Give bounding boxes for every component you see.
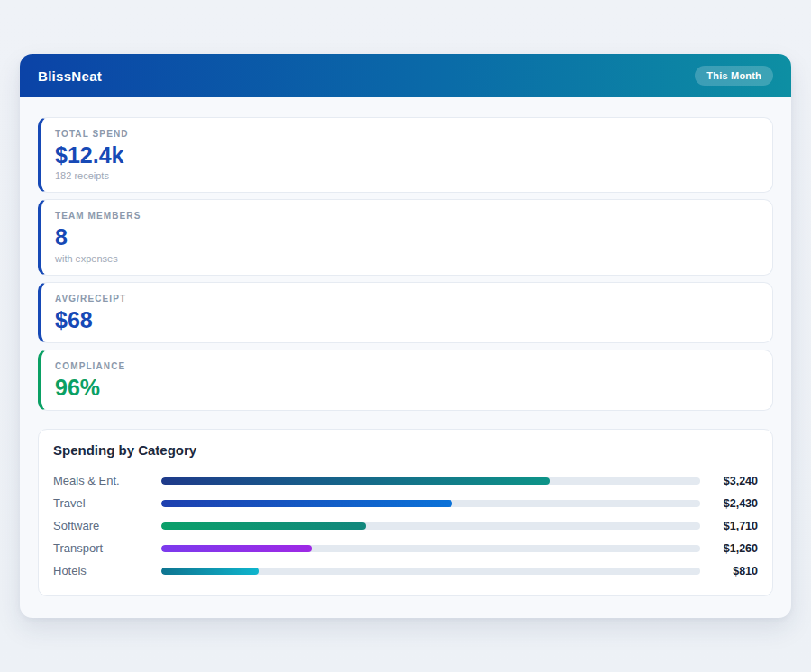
bar-category-label: Transport bbox=[53, 541, 161, 555]
dashboard-content: TOTAL SPEND $12.4k 182 receipts TEAM MEM… bbox=[20, 97, 791, 596]
stat-card: COMPLIANCE 96% bbox=[38, 350, 773, 411]
bar-value-label: $810 bbox=[700, 565, 758, 577]
stat-value: 96% bbox=[55, 376, 758, 399]
bar-row: Travel $2,430 bbox=[53, 492, 758, 514]
bar-category-label: Travel bbox=[53, 496, 161, 510]
bar-fill bbox=[161, 545, 312, 552]
bar-row: Software $1,710 bbox=[53, 514, 758, 537]
bar-value-label: $1,260 bbox=[700, 542, 758, 555]
app-title: BlissNeat bbox=[38, 68, 102, 84]
bar-value-label: $1,710 bbox=[700, 520, 758, 532]
spending-by-category-card: Spending by Category Meals & Ent. $3,240… bbox=[38, 429, 773, 596]
bar-row: Transport $1,260 bbox=[53, 537, 758, 559]
bar-row: Meals & Ent. $3,240 bbox=[53, 469, 758, 492]
bar-chart: Meals & Ent. $3,240 Travel $2,430 Softwa… bbox=[53, 469, 758, 582]
bar-category-label: Software bbox=[53, 519, 161, 532]
chart-title: Spending by Category bbox=[53, 442, 758, 458]
stat-label: TOTAL SPEND bbox=[55, 129, 758, 139]
bar-track bbox=[161, 568, 700, 575]
stat-card: TEAM MEMBERS 8 with expenses bbox=[38, 199, 773, 275]
stat-label: COMPLIANCE bbox=[55, 361, 758, 371]
period-filter-badge[interactable]: This Month bbox=[695, 66, 773, 86]
stat-card: AVG/RECEIPT $68 bbox=[38, 282, 773, 343]
stat-label: AVG/RECEIPT bbox=[55, 294, 758, 304]
bar-track bbox=[161, 500, 700, 507]
stat-card: TOTAL SPEND $12.4k 182 receipts bbox=[38, 117, 773, 193]
bar-category-label: Hotels bbox=[53, 564, 161, 577]
bar-fill bbox=[161, 500, 452, 507]
bar-category-label: Meals & Ent. bbox=[53, 474, 161, 487]
bar-fill bbox=[161, 568, 259, 575]
bar-value-label: $3,240 bbox=[700, 475, 758, 487]
dashboard-panel: BlissNeat This Month TOTAL SPEND $12.4k … bbox=[20, 54, 791, 618]
stat-value: 8 bbox=[55, 225, 758, 249]
bar-fill bbox=[161, 522, 366, 530]
bar-track bbox=[161, 545, 700, 552]
stat-value: $12.4k bbox=[55, 143, 758, 167]
bar-track bbox=[161, 522, 700, 530]
bar-track bbox=[161, 477, 700, 485]
bar-fill bbox=[161, 477, 550, 485]
stat-value: $68 bbox=[55, 308, 758, 331]
stat-subtext: 182 receipts bbox=[55, 170, 758, 181]
stats-list: TOTAL SPEND $12.4k 182 receipts TEAM MEM… bbox=[38, 117, 773, 411]
stat-label: TEAM MEMBERS bbox=[55, 211, 758, 221]
bar-row: Hotels $810 bbox=[53, 559, 758, 582]
app-header: BlissNeat This Month bbox=[20, 54, 791, 97]
bar-value-label: $2,430 bbox=[700, 497, 758, 510]
stat-subtext: with expenses bbox=[55, 253, 758, 264]
